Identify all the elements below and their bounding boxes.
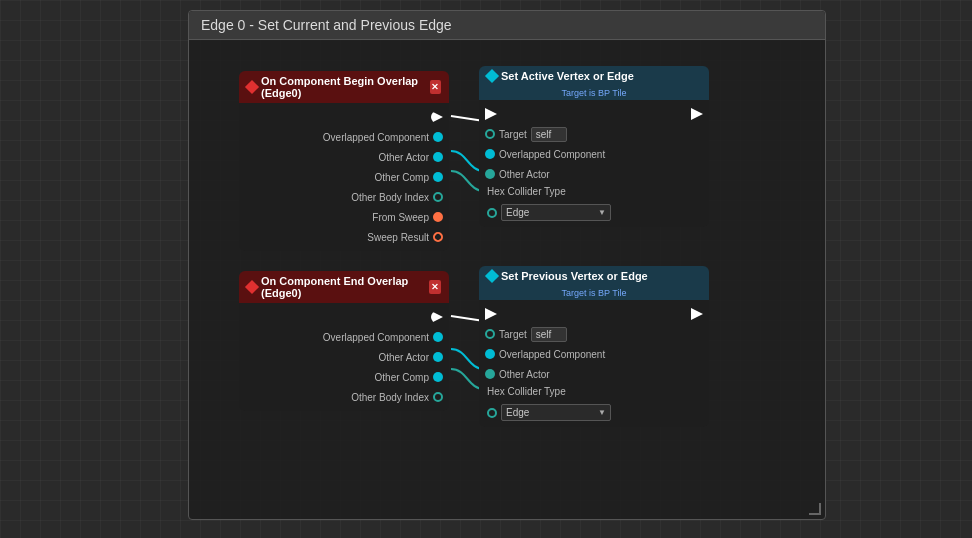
overlapped-comp-pin-end <box>433 332 443 342</box>
set-active-exec-in <box>485 108 497 120</box>
set-active-target-input[interactable] <box>531 127 567 142</box>
set-active-title: Set Active Vertex or Edge <box>501 70 634 82</box>
event-end-header: On Component End Overlap (Edge0) ✕ <box>239 271 449 303</box>
set-active-exec-out <box>691 108 703 120</box>
frame-title: Edge 0 - Set Current and Previous Edge <box>189 11 825 40</box>
other-actor-pin-begin <box>433 152 443 162</box>
set-previous-exec-out <box>691 308 703 320</box>
event-end-close[interactable]: ✕ <box>429 280 441 294</box>
set-active-body: Target Overlapped Component Other Actor … <box>479 100 709 227</box>
set-previous-exec-in <box>485 308 497 320</box>
set-previous-other-actor-row: Other Actor <box>479 364 709 384</box>
set-active-overlapped-label: Overlapped Component <box>499 149 605 160</box>
event-end-body: Overlapped Component Other Actor Other C… <box>239 303 449 411</box>
overlapped-comp-label-begin: Overlapped Component <box>323 132 429 143</box>
set-previous-hex-row: Hex Collider Type Edge ▼ <box>479 384 709 423</box>
set-active-hex-dropdown-value: Edge <box>506 207 529 218</box>
node-event-end: On Component End Overlap (Edge0) ✕ Overl… <box>239 271 449 411</box>
other-comp-label-begin: Other Comp <box>375 172 429 183</box>
other-body-pin-begin <box>433 192 443 202</box>
overlapped-comp-pin-begin <box>433 132 443 142</box>
sweep-result-label: Sweep Result <box>367 232 429 243</box>
set-previous-diamond <box>485 269 499 283</box>
set-active-diamond <box>485 69 499 83</box>
set-active-target-pin <box>485 129 495 139</box>
set-active-overlapped-row: Overlapped Component <box>479 144 709 164</box>
set-previous-hex-dropdown-arrow: ▼ <box>598 408 606 417</box>
node-event-begin: On Component Begin Overlap (Edge0) ✕ Ove… <box>239 71 449 251</box>
set-active-other-actor-label: Other Actor <box>499 169 550 180</box>
other-actor-label-end: Other Actor <box>378 352 429 363</box>
set-previous-hex-dropdown-value: Edge <box>506 407 529 418</box>
set-active-target-label: Target <box>499 129 527 140</box>
event-begin-close[interactable]: ✕ <box>430 80 441 94</box>
other-body-row-end: Other Body Index <box>239 387 449 407</box>
other-comp-row-begin: Other Comp <box>239 167 449 187</box>
set-previous-target-row: Target <box>479 324 709 344</box>
set-active-hex-label: Hex Collider Type <box>487 186 566 197</box>
sweep-result-row: Sweep Result <box>239 227 449 247</box>
set-previous-hex-label: Hex Collider Type <box>487 386 566 397</box>
resize-handle[interactable] <box>809 503 821 515</box>
exec-out-row <box>239 107 449 127</box>
other-actor-row-begin: Other Actor <box>239 147 449 167</box>
other-comp-pin-begin <box>433 172 443 182</box>
other-actor-label-begin: Other Actor <box>378 152 429 163</box>
set-previous-other-actor-label: Other Actor <box>499 369 550 380</box>
set-active-hex-pin <box>487 208 497 218</box>
from-sweep-pin <box>431 210 445 224</box>
other-body-label-begin: Other Body Index <box>351 192 429 203</box>
other-comp-label-end: Other Comp <box>375 372 429 383</box>
set-active-hex-dropdown-arrow: ▼ <box>598 208 606 217</box>
set-previous-body: Target Overlapped Component Other Actor … <box>479 300 709 427</box>
other-comp-row-end: Other Comp <box>239 367 449 387</box>
event-begin-header: On Component Begin Overlap (Edge0) ✕ <box>239 71 449 103</box>
set-previous-target-label: Target <box>499 329 527 340</box>
from-sweep-label: From Sweep <box>372 212 429 223</box>
set-active-other-actor-row: Other Actor <box>479 164 709 184</box>
other-body-label-end: Other Body Index <box>351 392 429 403</box>
set-previous-hex-pin <box>487 408 497 418</box>
set-previous-title: Set Previous Vertex or Edge <box>501 270 648 282</box>
overlapped-comp-row-end: Overlapped Component <box>239 327 449 347</box>
set-active-overlapped-pin <box>485 149 495 159</box>
exec-out-pin-end <box>431 311 443 323</box>
main-frame: Edge 0 - Set Current and Previous Edge O… <box>188 10 826 520</box>
from-sweep-row: From Sweep <box>239 207 449 227</box>
set-previous-target-input[interactable] <box>531 327 567 342</box>
event-begin-title: On Component Begin Overlap (Edge0) <box>261 75 426 99</box>
overlapped-comp-row-begin: Overlapped Component <box>239 127 449 147</box>
set-active-header: Set Active Vertex or Edge <box>479 66 709 86</box>
other-body-pin-end <box>433 392 443 402</box>
set-previous-other-actor-pin <box>485 369 495 379</box>
other-actor-row-end: Other Actor <box>239 347 449 367</box>
set-active-subtitle: Target is BP Tile <box>479 86 709 100</box>
diamond-icon <box>245 80 259 94</box>
set-active-target-row: Target <box>479 124 709 144</box>
set-previous-overlapped-row: Overlapped Component <box>479 344 709 364</box>
set-active-exec-row <box>479 104 709 124</box>
set-previous-target-pin <box>485 329 495 339</box>
set-active-other-actor-pin <box>485 169 495 179</box>
node-set-previous: Set Previous Vertex or Edge Target is BP… <box>479 266 709 427</box>
exec-out-row-end <box>239 307 449 327</box>
set-previous-hex-dropdown[interactable]: Edge ▼ <box>501 404 611 421</box>
exec-out-pin <box>431 111 443 123</box>
other-actor-pin-end <box>433 352 443 362</box>
event-begin-body: Overlapped Component Other Actor Other C… <box>239 103 449 251</box>
set-previous-header: Set Previous Vertex or Edge <box>479 266 709 286</box>
event-end-title: On Component End Overlap (Edge0) <box>261 275 425 299</box>
node-set-active: Set Active Vertex or Edge Target is BP T… <box>479 66 709 227</box>
set-active-hex-row: Hex Collider Type Edge ▼ <box>479 184 709 223</box>
set-previous-overlapped-pin <box>485 349 495 359</box>
sweep-result-pin <box>431 230 445 244</box>
other-comp-pin-end <box>433 372 443 382</box>
set-previous-overlapped-label: Overlapped Component <box>499 349 605 360</box>
set-previous-exec-row <box>479 304 709 324</box>
set-active-hex-dropdown[interactable]: Edge ▼ <box>501 204 611 221</box>
overlapped-comp-label-end: Overlapped Component <box>323 332 429 343</box>
diamond-icon-end <box>245 280 259 294</box>
set-previous-subtitle: Target is BP Tile <box>479 286 709 300</box>
other-body-row-begin: Other Body Index <box>239 187 449 207</box>
